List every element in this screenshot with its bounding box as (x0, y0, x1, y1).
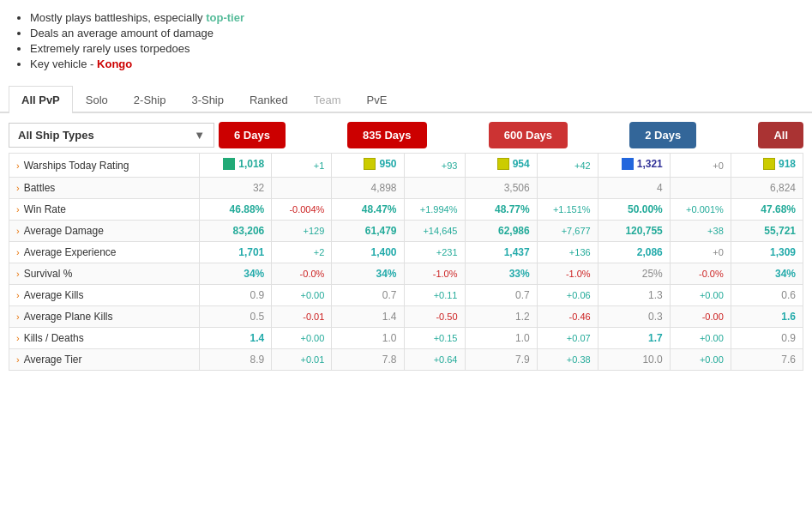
stat-delta: +14,645 (423, 226, 457, 236)
stat-value: 34% (775, 268, 796, 280)
stat-value-cell: 1.0 (465, 328, 537, 349)
stat-delta: -1.0% (566, 269, 591, 279)
stat-delta: +0.07 (567, 333, 591, 343)
row-label-text: Warships Today Rating (24, 160, 129, 172)
row-expand-icon[interactable]: › (16, 183, 20, 193)
stat-value-cell: 46.88% (200, 199, 272, 221)
stat-value: 7.6 (781, 354, 796, 366)
stat-value-cell: 10.0 (598, 349, 670, 371)
stats-table: ›Warships Today Rating1,018+1950+93954+4… (9, 153, 803, 371)
stat-value: 32 (253, 182, 264, 194)
row-label-cell: ›Win Rate (9, 199, 200, 221)
ship-type-select[interactable]: All Ship Types ▼ (9, 123, 214, 148)
period-835days-button[interactable]: 835 Days (347, 122, 426, 148)
row-label-text: Average Kills (24, 289, 84, 301)
bullets-list: Mostly plays battleships, especially top… (13, 11, 799, 70)
tab-solo[interactable]: Solo (73, 86, 121, 113)
tabs-bar: All PvP Solo 2-Ship 3-Ship Ranked Team P… (0, 86, 812, 113)
stat-value-cell: 1,701 (200, 242, 272, 263)
tab-ranked[interactable]: Ranked (237, 86, 301, 113)
row-label-cell: ›Kills / Deaths (9, 328, 200, 349)
tab-2ship[interactable]: 2-Ship (121, 86, 179, 113)
stat-value: 1.0 (382, 332, 397, 344)
stat-delta: -0.46 (569, 311, 591, 322)
stat-value-cell: 1,018 (200, 154, 272, 178)
row-label-text: Average Damage (24, 225, 104, 237)
period-all-button[interactable]: All (758, 122, 803, 148)
row-label-cell: ›Average Damage (9, 221, 200, 242)
period-600days-button[interactable]: 600 Days (489, 122, 568, 148)
row-expand-icon[interactable]: › (16, 204, 20, 215)
stat-delta-cell: -0.004% (272, 199, 332, 221)
table-row: ›Battles324,8983,50646,824 (9, 178, 803, 199)
stat-value: 55,721 (764, 225, 796, 237)
stat-value: 2,086 (637, 246, 663, 258)
stat-value: 7.9 (515, 354, 530, 366)
row-expand-icon[interactable]: › (16, 269, 20, 279)
profile-summary: Mostly plays battleships, especially top… (0, 0, 812, 86)
period-2days-button[interactable]: 2 Days (629, 122, 696, 148)
row-expand-icon[interactable]: › (16, 247, 20, 257)
row-label-cell: ›Survival % (9, 263, 200, 285)
table-row: ›Warships Today Rating1,018+1950+93954+4… (9, 154, 803, 178)
stat-delta-cell: +2 (272, 242, 332, 263)
stat-value: 1,309 (770, 246, 796, 258)
stat-delta: +1.151% (553, 204, 591, 215)
bullet-2: Deals an average amount of damage (30, 27, 799, 39)
stat-delta-cell: -0.0% (670, 263, 731, 285)
stat-value-cell: 0.9 (731, 328, 803, 349)
stat-delta-cell: +0.07 (537, 328, 598, 349)
stat-value: 1.4 (250, 332, 265, 344)
stat-delta: +42 (574, 160, 591, 171)
row-expand-icon[interactable]: › (16, 354, 20, 365)
rating-badge-icon (497, 158, 509, 170)
bullet-1: Mostly plays battleships, especially top… (30, 11, 799, 24)
stat-delta: +93 (442, 160, 458, 171)
stat-value-cell: 48.77% (465, 199, 537, 221)
tab-3ship[interactable]: 3-Ship (178, 86, 237, 113)
stat-delta: -1.0% (433, 269, 458, 279)
stat-value-cell: 1,400 (332, 242, 404, 263)
row-label-cell: ›Average Kills (9, 285, 200, 306)
stat-delta: -0.004% (289, 204, 324, 215)
tab-allpvp[interactable]: All PvP (9, 86, 73, 113)
stat-value: 1.2 (515, 311, 530, 323)
stat-value-cell: 1,437 (465, 242, 537, 263)
stat-delta: +0.06 (567, 290, 591, 300)
stat-delta-cell: -0.0% (272, 263, 332, 285)
stat-value: 1,437 (504, 246, 530, 258)
stat-delta-cell: +38 (670, 221, 731, 242)
tab-pve[interactable]: PvE (354, 86, 400, 113)
stat-value: 6,824 (770, 182, 796, 194)
period-6days-button[interactable]: 6 Days (219, 122, 286, 148)
stat-value: 1.3 (648, 289, 663, 301)
stat-value-cell: 950 (332, 154, 404, 178)
stat-value-cell: 6,824 (731, 178, 803, 199)
row-label-text: Kills / Deaths (24, 332, 84, 344)
stat-delta: +0 (713, 247, 724, 257)
stat-delta-cell: +0 (670, 154, 731, 178)
stat-delta-cell: +0.15 (404, 328, 465, 349)
row-expand-icon[interactable]: › (16, 226, 20, 236)
stat-value-cell: 0.3 (598, 306, 670, 328)
table-row: ›Average Damage83,206+12961,479+14,64562… (9, 221, 803, 242)
stat-delta-cell: +1 (272, 154, 332, 178)
stat-value: 34% (244, 268, 264, 280)
row-label-text: Average Tier (24, 354, 82, 366)
stat-delta: -0.0% (300, 269, 325, 279)
stat-delta-cell: +0.001% (670, 199, 731, 221)
stat-value: 1.0 (515, 332, 530, 344)
row-expand-icon[interactable]: › (16, 290, 20, 300)
stat-value-cell: 1.0 (332, 328, 404, 349)
stat-value: 62,986 (498, 225, 530, 237)
table-row: ›Average Tier8.9+0.017.8+0.647.9+0.3810.… (9, 349, 803, 371)
row-expand-icon[interactable]: › (16, 311, 20, 322)
tab-team[interactable]: Team (301, 86, 354, 113)
row-expand-icon[interactable]: › (16, 333, 20, 343)
controls-row: All Ship Types ▼ 6 Days 835 Days 600 Day… (9, 122, 803, 148)
row-expand-icon[interactable]: › (16, 160, 20, 171)
stat-value: 120,755 (625, 225, 662, 237)
stat-delta-cell: -1.0% (404, 263, 465, 285)
stat-delta: -0.01 (303, 311, 324, 322)
stat-delta-cell (404, 178, 465, 199)
